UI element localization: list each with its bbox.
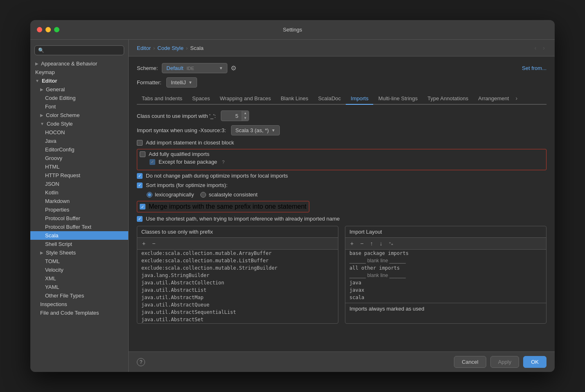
sidebar-item-http-request[interactable]: HTTP Request bbox=[30, 171, 128, 180]
sidebar-item-style-sheets[interactable]: ▶ Style Sheets bbox=[30, 248, 128, 257]
radio-lexicographically[interactable]: lexicographically bbox=[147, 191, 194, 198]
sidebar-item-toml[interactable]: TOML bbox=[30, 257, 128, 266]
list-item[interactable]: exclude:scala.collection.mutable.ArrayBu… bbox=[137, 250, 338, 257]
move-down-button[interactable]: ↓ bbox=[378, 239, 384, 248]
help-button[interactable]: ? bbox=[137, 358, 145, 366]
list-item[interactable]: java.util.AbstractList bbox=[137, 286, 338, 294]
list-item[interactable]: scala bbox=[345, 294, 546, 301]
ok-button[interactable]: OK bbox=[523, 356, 546, 368]
sidebar-item-file-code-templates[interactable]: File and Code Templates bbox=[30, 309, 128, 317]
remove-class-button[interactable]: − bbox=[150, 239, 157, 248]
list-item[interactable]: java bbox=[345, 279, 546, 286]
sidebar-item-inspections[interactable]: Inspections bbox=[30, 300, 128, 309]
list-item[interactable]: all other imports bbox=[345, 264, 546, 272]
forward-arrow-icon[interactable]: › bbox=[541, 44, 546, 52]
checkbox-sort-imports-cb[interactable] bbox=[137, 182, 143, 188]
cancel-button[interactable]: Cancel bbox=[454, 356, 486, 368]
sidebar-item-appearance-behavior[interactable]: ▶ Appearance & Behavior bbox=[30, 59, 128, 68]
sidebar-item-yaml[interactable]: YAML bbox=[30, 283, 128, 291]
sidebar-item-json[interactable]: JSON bbox=[30, 180, 128, 188]
scheme-select[interactable]: Default IDE ▼ bbox=[162, 63, 227, 73]
sidebar-item-editorconfig[interactable]: EditorConfig bbox=[30, 145, 128, 154]
radio-lexicographically-btn[interactable] bbox=[147, 192, 152, 198]
list-item[interactable]: base package imports bbox=[345, 250, 546, 257]
maximize-button[interactable] bbox=[54, 27, 59, 32]
add-class-button[interactable]: + bbox=[141, 239, 147, 248]
checkbox-use-shortest-path-label: Use the shortest path, when trying to im… bbox=[146, 216, 340, 222]
sidebar-item-properties[interactable]: Properties bbox=[30, 205, 128, 214]
tab-type-annotations[interactable]: Type Annotations bbox=[422, 93, 473, 105]
list-item[interactable]: exclude:scala.collection.mutable.StringB… bbox=[137, 264, 338, 272]
sidebar-item-protocol-buffer-text[interactable]: Protocol Buffer Text bbox=[30, 223, 128, 231]
import-layout-toolbar: + − ↑ ↓ ⁺ₙ bbox=[345, 238, 546, 250]
sidebar-item-general[interactable]: ▶ General bbox=[30, 85, 128, 94]
spinner-up-button[interactable]: ▲ bbox=[242, 111, 249, 116]
sidebar-item-protocol-buffer[interactable]: Protocol Buffer bbox=[30, 214, 128, 223]
set-from-link[interactable]: Set from... bbox=[522, 65, 546, 71]
sidebar-item-label: Scala bbox=[45, 232, 59, 239]
list-item[interactable]: java.util.AbstractSequentialList bbox=[137, 309, 338, 316]
formatter-select[interactable]: IntelliJ ▼ bbox=[166, 77, 197, 88]
radio-scalastyle-btn[interactable] bbox=[200, 192, 206, 198]
tab-overflow-icon[interactable]: › bbox=[514, 92, 519, 104]
close-button[interactable] bbox=[37, 27, 42, 32]
import-syntax-select[interactable]: Scala 3 (as, *) ▼ bbox=[231, 125, 280, 135]
sidebar-item-hocon[interactable]: HOCON bbox=[30, 128, 128, 137]
sidebar-item-font[interactable]: Font bbox=[30, 102, 128, 111]
sidebar-item-java[interactable]: Java bbox=[30, 137, 128, 145]
checkbox-add-fully-qualified-cb[interactable] bbox=[140, 151, 145, 157]
tab-blank-lines[interactable]: Blank Lines bbox=[276, 93, 313, 105]
add-layout-type-button[interactable]: ⁺ₙ bbox=[387, 240, 395, 247]
sidebar-item-html[interactable]: HTML bbox=[30, 162, 128, 171]
sidebar-item-code-style[interactable]: ▼ Code Style bbox=[30, 119, 128, 128]
sidebar-item-color-scheme[interactable]: ▶ Color Scheme bbox=[30, 111, 128, 119]
sidebar: 🔍 ▶ Appearance & Behavior Keymap ▼ Edito… bbox=[30, 40, 129, 372]
apply-button[interactable]: Apply bbox=[490, 356, 519, 368]
search-input[interactable] bbox=[47, 47, 120, 53]
class-count-input[interactable]: ▲ ▼ bbox=[221, 110, 249, 121]
minimize-button[interactable] bbox=[45, 27, 51, 32]
checkbox-add-import-closest-cb[interactable] bbox=[137, 140, 143, 146]
class-count-field[interactable] bbox=[221, 112, 242, 120]
checkbox-merge-imports-cb[interactable] bbox=[140, 204, 145, 210]
sidebar-item-editor[interactable]: ▼ Editor bbox=[30, 77, 128, 85]
checkbox-except-base-package-cb[interactable] bbox=[150, 159, 155, 165]
gear-button[interactable]: ⚙ bbox=[231, 64, 236, 72]
sidebar-item-code-editing[interactable]: Code Editing bbox=[30, 94, 128, 102]
tab-spaces[interactable]: Spaces bbox=[187, 93, 215, 105]
radio-scalastyle[interactable]: scalastyle consistent bbox=[200, 191, 257, 198]
list-item[interactable]: java.util.AbstractCollection bbox=[137, 279, 338, 286]
sidebar-item-label: Shell Script bbox=[45, 241, 72, 247]
sidebar-item-groovy[interactable]: Groovy bbox=[30, 154, 128, 162]
tab-wrapping-braces[interactable]: Wrapping and Braces bbox=[215, 93, 276, 105]
back-arrow-icon[interactable]: ‹ bbox=[533, 44, 538, 52]
spinner-down-button[interactable]: ▼ bbox=[242, 116, 249, 121]
tab-tabs-indents[interactable]: Tabs and Indents bbox=[137, 93, 187, 105]
sidebar-item-markdown[interactable]: Markdown bbox=[30, 197, 128, 205]
sidebar-item-velocity[interactable]: Velocity bbox=[30, 266, 128, 274]
list-item[interactable]: javax bbox=[345, 286, 546, 294]
tab-multiline-strings[interactable]: Multi-line Strings bbox=[373, 93, 422, 105]
remove-layout-button[interactable]: − bbox=[358, 239, 365, 248]
list-item[interactable]: java.util.AbstractMap bbox=[137, 294, 338, 301]
list-item[interactable]: java.lang.StringBuilder bbox=[137, 272, 338, 279]
list-item[interactable]: java.util.AbstractSet bbox=[137, 316, 338, 323]
list-item[interactable]: exclude:scala.collection.mutable.ListBuf… bbox=[137, 257, 338, 264]
sidebar-item-kotlin[interactable]: Kotlin bbox=[30, 188, 128, 197]
add-layout-button[interactable]: + bbox=[349, 239, 355, 248]
sidebar-item-scala[interactable]: Scala bbox=[30, 231, 128, 240]
breadcrumb-code-style[interactable]: Code Style bbox=[157, 45, 184, 51]
breadcrumb-editor[interactable]: Editor bbox=[137, 45, 151, 51]
checkbox-use-shortest-path-cb[interactable] bbox=[137, 216, 143, 222]
tab-arrangement[interactable]: Arrangement bbox=[473, 93, 514, 105]
sidebar-item-other-file-types[interactable]: Other File Types bbox=[30, 291, 128, 300]
list-item[interactable]: java.util.AbstractQueue bbox=[137, 301, 338, 309]
checkbox-do-not-change-path-cb[interactable] bbox=[137, 173, 143, 179]
move-up-button[interactable]: ↑ bbox=[368, 239, 374, 248]
search-box[interactable]: 🔍 bbox=[34, 45, 124, 55]
sidebar-item-xml[interactable]: XML bbox=[30, 274, 128, 283]
tab-imports[interactable]: Imports bbox=[346, 93, 373, 105]
sidebar-item-shell-script[interactable]: Shell Script bbox=[30, 240, 128, 248]
tab-scaladoc[interactable]: ScalaDoc bbox=[313, 93, 346, 105]
sidebar-item-keymap[interactable]: Keymap bbox=[30, 68, 128, 77]
